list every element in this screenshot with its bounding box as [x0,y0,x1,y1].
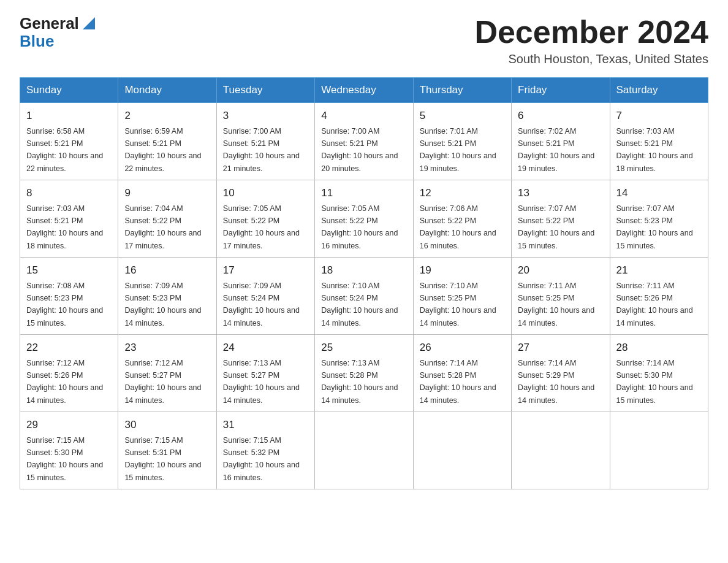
day-number: 30 [124,417,210,433]
day-info: Sunrise: 7:00 AMSunset: 5:21 PMDaylight:… [321,127,398,173]
calendar-day-cell: 1 Sunrise: 6:58 AMSunset: 5:21 PMDayligh… [20,103,118,180]
day-info: Sunrise: 7:14 AMSunset: 5:28 PMDaylight:… [420,359,496,405]
day-info: Sunrise: 7:06 AMSunset: 5:22 PMDaylight:… [420,204,496,250]
calendar-day-cell: 12 Sunrise: 7:06 AMSunset: 5:22 PMDaylig… [413,180,511,258]
calendar-week-row: 15 Sunrise: 7:08 AMSunset: 5:23 PMDaylig… [20,258,708,335]
day-info: Sunrise: 7:08 AMSunset: 5:23 PMDaylight:… [26,282,103,327]
day-info: Sunrise: 7:15 AMSunset: 5:30 PMDaylight:… [26,436,103,482]
day-number: 26 [420,340,505,356]
day-info: Sunrise: 7:15 AMSunset: 5:31 PMDaylight:… [124,436,201,482]
calendar-week-row: 29 Sunrise: 7:15 AMSunset: 5:30 PMDaylig… [20,412,708,489]
calendar-week-row: 8 Sunrise: 7:03 AMSunset: 5:21 PMDayligh… [20,180,708,258]
day-info: Sunrise: 7:14 AMSunset: 5:30 PMDaylight:… [616,359,693,405]
day-number: 14 [616,185,702,201]
calendar-header-tuesday: Tuesday [216,78,314,103]
day-number: 4 [321,108,406,124]
title-block: December 2024 South Houston, Texas, Unit… [474,15,708,66]
calendar-day-cell: 28 Sunrise: 7:14 AMSunset: 5:30 PMDaylig… [610,335,708,412]
day-number: 31 [223,417,308,433]
calendar-day-cell: 6 Sunrise: 7:02 AMSunset: 5:21 PMDayligh… [512,103,610,180]
day-number: 10 [223,185,308,201]
calendar: SundayMondayTuesdayWednesdayThursdayFrid… [20,77,708,489]
calendar-day-cell [413,412,511,489]
calendar-day-cell: 11 Sunrise: 7:05 AMSunset: 5:22 PMDaylig… [315,180,413,258]
day-number: 3 [223,108,308,124]
calendar-header-row: SundayMondayTuesdayWednesdayThursdayFrid… [20,78,708,103]
calendar-day-cell: 5 Sunrise: 7:01 AMSunset: 5:21 PMDayligh… [413,103,511,180]
calendar-day-cell: 30 Sunrise: 7:15 AMSunset: 5:31 PMDaylig… [118,412,216,489]
day-info: Sunrise: 7:14 AMSunset: 5:29 PMDaylight:… [518,359,594,405]
page: General Blue December 2024 South Houston… [0,0,728,504]
calendar-day-cell: 14 Sunrise: 7:07 AMSunset: 5:23 PMDaylig… [610,180,708,258]
day-number: 28 [616,340,702,356]
calendar-header-sunday: Sunday [20,78,118,103]
logo-general: General [20,15,97,33]
day-info: Sunrise: 7:12 AMSunset: 5:26 PMDaylight:… [26,359,103,405]
day-number: 24 [223,340,308,356]
calendar-day-cell: 23 Sunrise: 7:12 AMSunset: 5:27 PMDaylig… [118,335,216,412]
calendar-day-cell: 9 Sunrise: 7:04 AMSunset: 5:22 PMDayligh… [118,180,216,258]
day-number: 22 [26,340,112,356]
day-number: 5 [420,108,505,124]
calendar-header-wednesday: Wednesday [315,78,413,103]
calendar-day-cell: 21 Sunrise: 7:11 AMSunset: 5:26 PMDaylig… [610,258,708,335]
calendar-day-cell: 29 Sunrise: 7:15 AMSunset: 5:30 PMDaylig… [20,412,118,489]
day-number: 29 [26,417,112,433]
day-number: 9 [124,185,210,201]
day-info: Sunrise: 7:13 AMSunset: 5:27 PMDaylight:… [223,359,300,405]
day-info: Sunrise: 6:59 AMSunset: 5:21 PMDaylight:… [124,127,201,173]
day-number: 23 [124,340,210,356]
calendar-day-cell: 25 Sunrise: 7:13 AMSunset: 5:28 PMDaylig… [315,335,413,412]
day-number: 7 [616,108,702,124]
day-info: Sunrise: 7:12 AMSunset: 5:27 PMDaylight:… [124,359,201,405]
day-number: 20 [518,262,603,278]
calendar-day-cell: 15 Sunrise: 7:08 AMSunset: 5:23 PMDaylig… [20,258,118,335]
calendar-day-cell: 26 Sunrise: 7:14 AMSunset: 5:28 PMDaylig… [413,335,511,412]
calendar-day-cell: 20 Sunrise: 7:11 AMSunset: 5:25 PMDaylig… [512,258,610,335]
day-info: Sunrise: 7:13 AMSunset: 5:28 PMDaylight:… [321,359,398,405]
calendar-day-cell: 18 Sunrise: 7:10 AMSunset: 5:24 PMDaylig… [315,258,413,335]
day-info: Sunrise: 7:10 AMSunset: 5:24 PMDaylight:… [321,282,398,327]
calendar-day-cell: 13 Sunrise: 7:07 AMSunset: 5:22 PMDaylig… [512,180,610,258]
calendar-day-cell: 3 Sunrise: 7:00 AMSunset: 5:21 PMDayligh… [216,103,314,180]
calendar-day-cell [315,412,413,489]
day-info: Sunrise: 7:05 AMSunset: 5:22 PMDaylight:… [321,204,398,250]
day-info: Sunrise: 7:09 AMSunset: 5:23 PMDaylight:… [124,282,201,327]
day-info: Sunrise: 7:07 AMSunset: 5:23 PMDaylight:… [616,204,693,250]
day-number: 21 [616,262,702,278]
day-number: 27 [518,340,603,356]
logo-triangle-icon [80,15,97,32]
calendar-day-cell: 31 Sunrise: 7:15 AMSunset: 5:32 PMDaylig… [216,412,314,489]
day-info: Sunrise: 6:58 AMSunset: 5:21 PMDaylight:… [26,127,103,173]
calendar-week-row: 22 Sunrise: 7:12 AMSunset: 5:26 PMDaylig… [20,335,708,412]
day-number: 25 [321,340,406,356]
calendar-day-cell [610,412,708,489]
day-number: 2 [124,108,210,124]
logo-general-text: General [20,15,79,33]
calendar-day-cell: 17 Sunrise: 7:09 AMSunset: 5:24 PMDaylig… [216,258,314,335]
location: South Houston, Texas, United States [474,52,708,66]
day-number: 16 [124,262,210,278]
day-number: 8 [26,185,112,201]
day-number: 12 [420,185,505,201]
calendar-header-monday: Monday [118,78,216,103]
day-number: 15 [26,262,112,278]
calendar-week-row: 1 Sunrise: 6:58 AMSunset: 5:21 PMDayligh… [20,103,708,180]
day-number: 18 [321,262,406,278]
header: General Blue December 2024 South Houston… [20,15,708,66]
day-number: 1 [26,108,112,124]
day-number: 19 [420,262,505,278]
day-number: 17 [223,262,308,278]
calendar-day-cell: 4 Sunrise: 7:00 AMSunset: 5:21 PMDayligh… [315,103,413,180]
calendar-day-cell: 22 Sunrise: 7:12 AMSunset: 5:26 PMDaylig… [20,335,118,412]
logo-blue-text: Blue [20,33,54,50]
day-info: Sunrise: 7:02 AMSunset: 5:21 PMDaylight:… [518,127,594,173]
calendar-day-cell: 16 Sunrise: 7:09 AMSunset: 5:23 PMDaylig… [118,258,216,335]
calendar-day-cell: 24 Sunrise: 7:13 AMSunset: 5:27 PMDaylig… [216,335,314,412]
day-number: 13 [518,185,603,201]
calendar-day-cell [512,412,610,489]
day-number: 11 [321,185,406,201]
calendar-header-saturday: Saturday [610,78,708,103]
day-info: Sunrise: 7:00 AMSunset: 5:21 PMDaylight:… [223,127,300,173]
calendar-day-cell: 10 Sunrise: 7:05 AMSunset: 5:22 PMDaylig… [216,180,314,258]
